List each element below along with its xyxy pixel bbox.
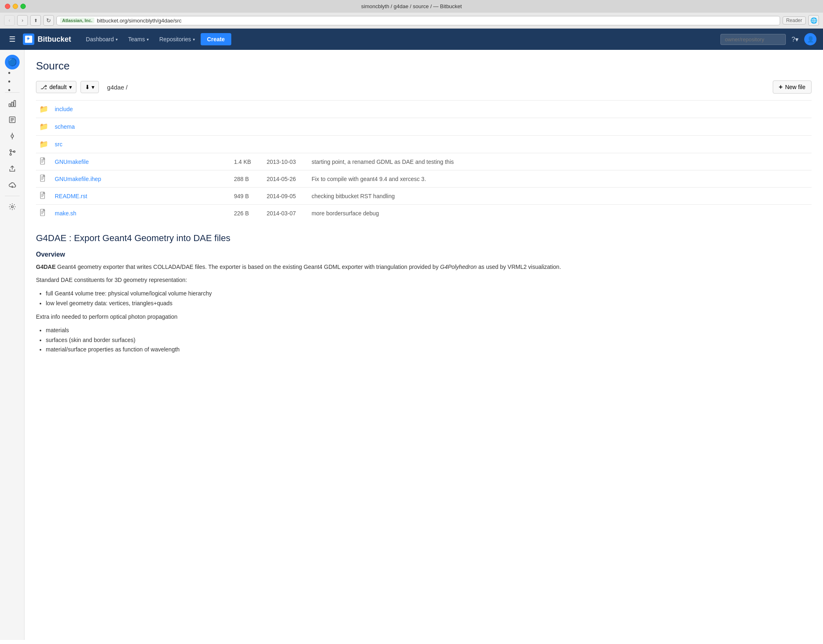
- sidebar-upload-icon[interactable]: [5, 161, 20, 176]
- file-name-cell: GNUmakefile.ihep: [51, 170, 230, 188]
- file-date-cell: 2014-09-05: [263, 188, 308, 205]
- source-toolbar: ⎇ default ▾ ⬇ ▾ g4dae / + New file: [36, 80, 812, 94]
- nav-links: Dashboard ▾ Teams ▾ Repositories ▾ Creat…: [81, 33, 720, 45]
- user-avatar[interactable]: 👤: [804, 33, 816, 45]
- folder-name-cell: schema: [51, 118, 308, 136]
- readme-para1-rest: Geant4 geometry exporter that writes COL…: [56, 264, 440, 270]
- file-name-link[interactable]: make.sh: [55, 210, 76, 217]
- file-icon-cell: [36, 188, 51, 205]
- readme-para1-end: as used by VRML2 visualization.: [477, 264, 561, 270]
- readme-title: G4DAE : Export Geant4 Geometry into DAE …: [36, 233, 812, 244]
- download-button[interactable]: ⬇ ▾: [81, 81, 99, 93]
- folder-name-cell: src: [51, 136, 308, 153]
- file-icon: [39, 157, 47, 165]
- folder-icon-cell: 📁: [36, 118, 51, 136]
- address-bar[interactable]: Atlassian, Inc. bitbucket.org/simoncblyt…: [56, 16, 780, 25]
- page-title: Source: [36, 60, 812, 72]
- file-name-cell: GNUmakefile: [51, 153, 230, 170]
- file-icon-cell: [36, 170, 51, 188]
- branch-icon: ⎇: [40, 84, 47, 90]
- left-sidebar: 🔵 • • •: [0, 50, 25, 640]
- sidebar-stats-icon[interactable]: [5, 96, 20, 111]
- folder-name-cell: include: [51, 101, 308, 118]
- file-name-link[interactable]: GNUmakefile: [55, 159, 89, 165]
- file-table: 📁 include 📁 schema 📁 src: [36, 100, 812, 221]
- folder-icon: 📁: [39, 123, 48, 131]
- file-size-cell: 226 B: [230, 205, 263, 222]
- file-size-cell: 949 B: [230, 188, 263, 205]
- file-icon: [39, 174, 47, 182]
- plus-icon: +: [779, 83, 783, 91]
- hamburger-icon[interactable]: ☰: [7, 32, 18, 46]
- folder-name-link[interactable]: src: [55, 141, 63, 148]
- folder-name-link[interactable]: include: [55, 106, 73, 112]
- new-file-button[interactable]: + New file: [773, 80, 812, 94]
- sidebar-source-icon[interactable]: [5, 112, 20, 127]
- sidebar-more[interactable]: • • •: [5, 74, 20, 89]
- logo-icon: [23, 34, 34, 45]
- file-commit-cell: starting point, a renamed GDML as DAE an…: [308, 153, 812, 170]
- svg-rect-0: [9, 104, 11, 107]
- create-button[interactable]: Create: [201, 33, 232, 45]
- file-date-cell: 2014-03-07: [263, 205, 308, 222]
- readme-para1-bold: G4DAE: [36, 264, 56, 270]
- reader-button[interactable]: Reader: [783, 16, 806, 25]
- list-item: surfaces (skin and border surfaces): [46, 335, 812, 345]
- table-row: 📁 include: [36, 101, 812, 118]
- svg-point-10: [10, 150, 11, 151]
- file-icon: [39, 192, 47, 199]
- file-name-link[interactable]: README.rst: [55, 193, 87, 199]
- sidebar-settings-icon[interactable]: [5, 199, 20, 214]
- readme-para1-italic: G4Polyhedron: [440, 264, 477, 270]
- file-name-cell: make.sh: [51, 205, 230, 222]
- share-button[interactable]: ⬆: [30, 15, 41, 26]
- help-icon[interactable]: ?▾: [789, 33, 801, 46]
- new-file-label: New file: [785, 84, 805, 90]
- maximize-dot[interactable]: [20, 4, 26, 9]
- sidebar-commits-icon[interactable]: [5, 129, 20, 143]
- branch-name: default: [49, 84, 67, 90]
- close-dot[interactable]: [5, 4, 10, 9]
- folder-icon: 📁: [39, 105, 48, 113]
- download-chevron: ▾: [92, 84, 94, 90]
- main-layout: 🔵 • • •: [0, 50, 823, 640]
- file-icon-cell: [36, 153, 51, 170]
- file-size-cell: 1.4 KB: [230, 153, 263, 170]
- dashboard-chevron: ▾: [116, 37, 118, 42]
- nav-logo[interactable]: Bitbucket: [23, 34, 71, 45]
- branch-dropdown[interactable]: ⎇ default ▾: [36, 81, 76, 93]
- nav-repositories[interactable]: Repositories ▾: [154, 34, 200, 45]
- file-name-link[interactable]: GNUmakefile.ihep: [55, 176, 101, 182]
- minimize-dot[interactable]: [13, 4, 18, 9]
- ssl-badge: Atlassian, Inc.: [60, 18, 94, 23]
- top-nav: ☰ Bitbucket Dashboard ▾ Teams ▾ Reposito…: [0, 29, 823, 50]
- repositories-chevron: ▾: [193, 37, 195, 42]
- file-commit-cell: more bordersurface debug: [308, 205, 812, 222]
- forward-button[interactable]: ›: [17, 15, 28, 26]
- list-item: materials: [46, 326, 812, 335]
- file-icon: [39, 209, 47, 216]
- sidebar-cloud-icon[interactable]: [5, 178, 20, 192]
- table-row: make.sh 226 B 2014-03-07 more bordersurf…: [36, 205, 812, 222]
- svg-point-11: [10, 154, 11, 155]
- folder-icon: 📁: [39, 140, 48, 148]
- svg-point-7: [11, 135, 13, 137]
- url-text: bitbucket.org/simoncblyth/g4dae/src: [97, 18, 181, 24]
- search-input[interactable]: [720, 34, 786, 45]
- refresh-button[interactable]: ↻: [43, 15, 54, 26]
- folder-icon-cell: 📁: [36, 136, 51, 153]
- readme-para2: Standard DAE constituents for 3D geometr…: [36, 275, 812, 284]
- svg-point-16: [11, 206, 13, 208]
- sidebar-sep-2: [5, 196, 20, 196]
- nav-right: ?▾ 👤: [720, 33, 816, 46]
- folder-name-link[interactable]: schema: [55, 123, 75, 130]
- back-button[interactable]: ‹: [4, 15, 15, 26]
- table-row: README.rst 949 B 2014-09-05 checking bit…: [36, 188, 812, 205]
- readme-overview-heading: Overview: [36, 251, 812, 258]
- sidebar-branches-icon[interactable]: [5, 145, 20, 160]
- repo-avatar[interactable]: 🔵: [5, 55, 20, 69]
- table-row: GNUmakefile 1.4 KB 2013-10-03 starting p…: [36, 153, 812, 170]
- nav-teams[interactable]: Teams ▾: [123, 34, 154, 45]
- breadcrumb: g4dae /: [103, 84, 769, 91]
- nav-dashboard[interactable]: Dashboard ▾: [81, 34, 123, 45]
